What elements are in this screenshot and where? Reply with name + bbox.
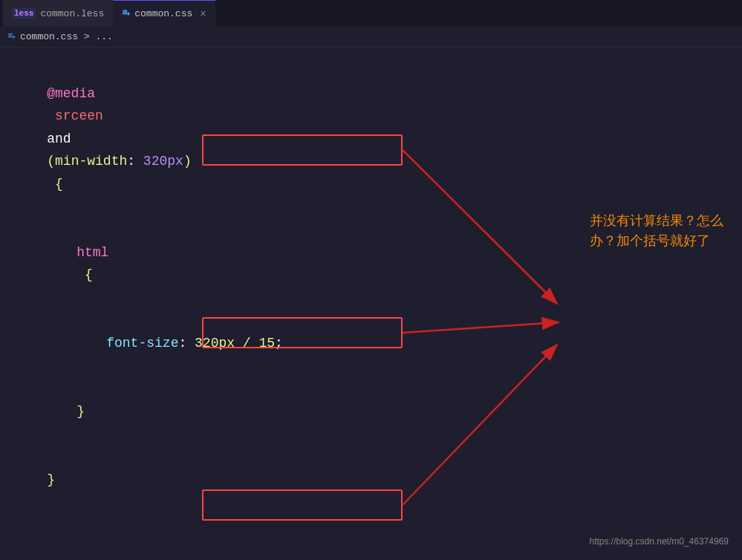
brace-close-html-1: } — [77, 404, 85, 419]
breadcrumb: ⥱ common.css > ... — [0, 27, 742, 48]
tab-css[interactable]: ⥱ common.css × — [113, 0, 215, 27]
code-area: @media srceen and (min-width: 320px) { h… — [0, 48, 742, 560]
tab-bar: less common.less ⥱ common.css × — [0, 0, 742, 27]
close-icon[interactable]: × — [200, 8, 206, 20]
css-icon: ⥱ — [122, 8, 130, 20]
breadcrumb-path: common.css > ... — [20, 31, 113, 42]
tab-less[interactable]: less common.less — [3, 0, 113, 27]
annotation-bubble: 并没有计算结果？怎么办？加个括号就好了 — [590, 211, 723, 251]
watermark-text: https://blog.csdn.net/m0_46374969 — [590, 536, 729, 547]
colon-fs-1: : — [178, 336, 195, 351]
annotation-text: 并没有计算结果？怎么办？加个括号就好了 — [590, 213, 723, 248]
keyword-srceen: srceen — [47, 108, 111, 123]
value-1: 320px — [143, 154, 183, 169]
keyword-html-1: html — [77, 245, 108, 260]
brace-open-1: { — [47, 177, 63, 192]
keyword-and-1: and — [47, 131, 79, 146]
code-line-4: } — [15, 377, 727, 446]
code-line-3: font-size: 320px / 15; — [15, 310, 727, 378]
brace-close-media-1: } — [47, 472, 55, 487]
keyword-prop-1: min-width — [55, 154, 127, 169]
tab-less-label: common.less — [40, 8, 104, 19]
semi-1: ; — [275, 336, 283, 351]
brace-html-1: { — [77, 267, 93, 282]
code-line-5: } — [15, 446, 727, 514]
watermark: https://blog.csdn.net/m0_46374969 — [590, 536, 729, 547]
breadcrumb-css-icon: ⥱ — [7, 31, 16, 43]
less-icon: less — [12, 8, 36, 19]
colon-1: : — [127, 154, 143, 169]
keyword-at-1: @media — [47, 86, 95, 101]
code-line-1: @media srceen and (min-width: 320px) { — [15, 59, 727, 218]
calc-value-1: 320px / 15 — [195, 336, 275, 351]
paren-close-1: ) — [183, 154, 192, 169]
keyword-paren-1: ( — [47, 154, 55, 169]
keyword-fontsize-1: font-size — [106, 336, 178, 351]
code-line-6 — [15, 514, 727, 537]
tab-css-label: common.css — [134, 8, 192, 19]
